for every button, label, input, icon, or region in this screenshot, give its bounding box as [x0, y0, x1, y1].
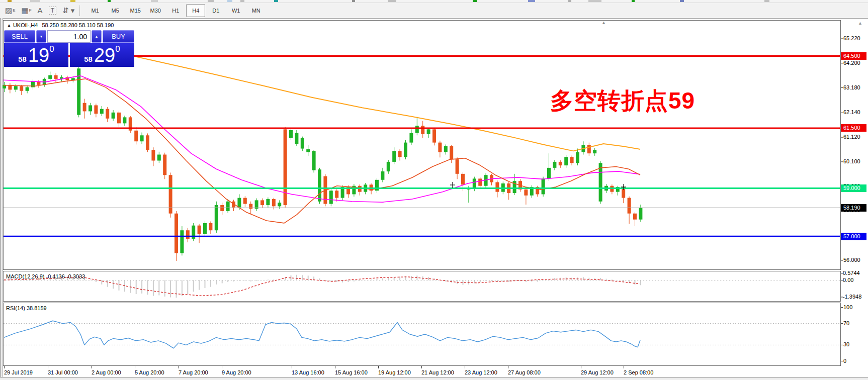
bid-price[interactable]: 58 19 0	[4, 43, 68, 67]
price-level-box: 59.000	[841, 184, 866, 192]
chart-text-annotation[interactable]: 多空转折点59	[550, 85, 695, 117]
timeframe-m1[interactable]: M1	[85, 4, 105, 17]
toolbar-fragment	[388, 0, 396, 2]
rsi-axis-label: 0	[843, 358, 846, 364]
macd-axis-label: -1.3948	[843, 294, 861, 300]
ask-small: 58	[84, 55, 93, 63]
ask-price[interactable]: 58 29 0	[70, 43, 134, 67]
text-box-icon[interactable]: T	[49, 7, 56, 15]
ohlc-values: 58.250 58.280 58.110 58.190	[42, 22, 114, 28]
time-axis-label: 23 Aug 12:00	[465, 369, 497, 375]
timeframe-m30[interactable]: M30	[146, 4, 165, 17]
time-axis-label: 2 Sep 08:00	[624, 369, 653, 375]
scroll-corner-icon: ▲	[858, 21, 862, 26]
time-axis-label: 15 Aug 16:00	[335, 369, 368, 375]
bid-price-box: 58.190	[841, 204, 866, 212]
grid-icon[interactable]: ▦F	[22, 7, 32, 15]
time-axis-label: 29 Aug 12:00	[581, 369, 614, 375]
toolbar-fragment	[352, 0, 355, 2]
time-axis-label: 29 Jul 2019	[4, 369, 33, 375]
volume-input[interactable]: 1.00	[47, 30, 91, 43]
timeframe-m15[interactable]: M15	[126, 4, 145, 17]
toolbar: ▨E▦FAT⇵ ▾ M1M5M15M30H1H4D1W1MN	[0, 3, 868, 19]
price-axis-label: 65.220	[843, 35, 860, 41]
timeframe-w1[interactable]: W1	[226, 4, 245, 17]
drawing-tools-group: ▨E▦FAT⇵ ▾	[0, 7, 74, 15]
bid-big: 19	[28, 44, 49, 66]
toolbar-fragment	[568, 0, 571, 2]
time-axis-label: 21 Aug 12:00	[421, 369, 454, 375]
time-axis-label: 27 Aug 08:00	[508, 369, 541, 375]
volume-increase-button[interactable]: ▲	[92, 30, 102, 43]
rsi-panel[interactable]	[3, 303, 841, 366]
text-label-icon[interactable]: A	[38, 7, 43, 15]
window-bottom-border	[0, 377, 868, 380]
toolbar-fragment	[227, 0, 232, 2]
timeframe-d1[interactable]: D1	[206, 4, 225, 17]
macd-axis-label: 0.00	[843, 277, 853, 283]
timeframe-m5[interactable]: M5	[106, 4, 125, 17]
chart-shift-icon[interactable]: ▲	[601, 20, 606, 25]
rsi-axis-label: 30	[843, 341, 849, 347]
price-axis-label: 62.140	[843, 109, 860, 115]
bid-small: 58	[18, 55, 27, 63]
collapse-icon[interactable]: ▲	[7, 23, 11, 28]
toolbar-fragment	[274, 0, 278, 2]
toolbar-fragment	[8, 0, 12, 2]
rsi-axis-label: 70	[843, 320, 849, 326]
indicators-hatch-icon[interactable]: ▨E	[5, 7, 16, 15]
toolbar-fragment	[632, 0, 635, 2]
toolbar-fragment	[30, 0, 40, 2]
rsi-axis-label: 100	[843, 304, 852, 310]
timeframe-h1[interactable]: H1	[166, 4, 185, 17]
symbol-label: UKOil-,H4	[13, 22, 38, 28]
toolbar-fragment	[473, 0, 477, 2]
price-level-box: 64.500	[841, 52, 866, 60]
ask-big: 29	[94, 44, 115, 66]
price-level-box: 61.500	[841, 124, 866, 132]
toolbar-fragment	[528, 0, 535, 2]
timeframe-buttons: M1M5M15M30H1H4D1W1MN	[85, 4, 266, 17]
one-click-trading-panel: SELL ▼ 1.00 ▲ BUY 58 19 0 58 29 0	[4, 30, 134, 67]
time-axis-label: 31 Jul 00:00	[48, 369, 78, 375]
timeframe-mn[interactable]: MN	[246, 4, 266, 17]
time-axis-label: 9 Aug 20:00	[222, 369, 251, 375]
macd-label: MACD(12,26,9) -0.4136 -0.3033	[6, 273, 85, 279]
mt4-window: ▨E▦FAT⇵ ▾ M1M5M15M30H1H4D1W1MN ▲UKOil-,H…	[0, 0, 868, 380]
rsi-label: RSI(14) 38.8159	[6, 305, 47, 311]
toolbar-fragment	[764, 0, 769, 2]
price-axis-label: 60.100	[843, 158, 860, 164]
price-level-box: 57.000	[841, 233, 866, 240]
macd-panel[interactable]	[3, 271, 841, 302]
time-axis-label: 19 Aug 12:00	[378, 369, 411, 375]
sell-button[interactable]: SELL	[4, 30, 35, 43]
price-axis-label: 63.180	[843, 84, 860, 90]
price-axis-label: 64.200	[843, 60, 860, 66]
time-axis-label: 7 Aug 20:00	[179, 369, 208, 375]
time-axis-label: 5 Aug 20:00	[135, 369, 164, 375]
bid-sup: 0	[49, 44, 54, 54]
toolbar-fragment	[108, 0, 111, 2]
shapes-arrows-icon[interactable]: ⇵ ▾	[62, 7, 74, 15]
toolbar-fragment	[240, 0, 244, 2]
time-axis-label: 13 Aug 16:00	[292, 369, 324, 375]
toolbar-separator	[79, 6, 80, 16]
price-axis-label: 56.000	[843, 257, 860, 263]
macd-axis-label: 0.5744	[843, 270, 860, 276]
buy-button[interactable]: BUY	[103, 30, 134, 43]
price-axis-label: 61.120	[843, 134, 860, 140]
volume-decrease-button[interactable]: ▼	[36, 30, 46, 43]
ask-sup: 0	[115, 44, 120, 54]
toolbar-fragment	[70, 0, 75, 2]
timeframe-h4[interactable]: H4	[186, 4, 205, 17]
toolbar-fragment	[208, 0, 214, 2]
toolbar-fragment	[680, 0, 684, 2]
toolbar-fragment	[151, 0, 158, 2]
time-axis-label: 2 Aug 00:00	[92, 369, 121, 375]
toolbar-fragment	[588, 0, 601, 2]
chart-title: ▲UKOil-,H458.250 58.280 58.110 58.190	[7, 22, 114, 28]
